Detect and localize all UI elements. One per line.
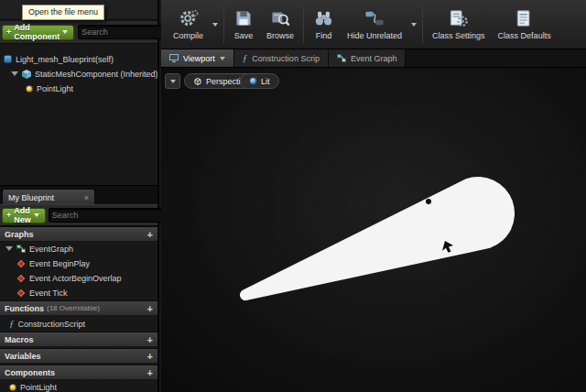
section-components[interactable]: Components + bbox=[0, 365, 157, 380]
my-blueprint-search[interactable] bbox=[49, 208, 175, 223]
tree-row-label: StaticMeshComponent (Inherited) bbox=[35, 70, 157, 79]
tab-event-graph[interactable]: Event Graph bbox=[329, 49, 407, 67]
button-label: Class Settings bbox=[432, 31, 485, 40]
save-button[interactable]: Save bbox=[227, 2, 260, 48]
list-item-event-tick[interactable]: Event Tick bbox=[0, 286, 157, 299]
list-item-event-actorbeginoverlap[interactable]: Event ActorBeginOverlap bbox=[0, 271, 157, 285]
document-tab-bar: Viewport ƒ Construction Scrip Event Grap… bbox=[161, 49, 586, 68]
button-label: Lit bbox=[261, 77, 270, 86]
close-icon[interactable]: × bbox=[84, 193, 89, 202]
class-defaults-icon bbox=[514, 8, 535, 28]
toolbar-separator bbox=[303, 6, 304, 43]
tab-viewport[interactable]: Viewport bbox=[161, 49, 234, 67]
button-label: Save bbox=[234, 31, 254, 40]
chevron-down-icon bbox=[411, 23, 417, 27]
tree-row-blueprint-self[interactable]: Light_mesh_Blueprint(self) bbox=[0, 52, 157, 66]
add-component-label: Add Component bbox=[14, 23, 60, 41]
my-blueprint-tab-strip: My Blueprint × bbox=[0, 185, 157, 204]
section-label: Graphs bbox=[5, 230, 34, 239]
perspective-cube-icon bbox=[193, 77, 202, 86]
event-icon bbox=[17, 274, 25, 281]
item-label: PointLight bbox=[20, 383, 57, 392]
chevron-down-icon bbox=[34, 213, 39, 217]
add-function-button[interactable]: + bbox=[147, 304, 153, 313]
tree-row-pointlight[interactable]: PointLight bbox=[0, 82, 157, 95]
tab-label: Construction Scrip bbox=[252, 54, 320, 63]
blueprint-toolbar: Compile Save Browse bbox=[161, 0, 586, 49]
button-label: Hide Unrelated bbox=[347, 31, 402, 40]
chevron-down-icon bbox=[62, 30, 68, 34]
section-graphs[interactable]: Graphs + bbox=[0, 226, 157, 242]
tab-label: Viewport bbox=[183, 54, 215, 63]
gizmo-cursor bbox=[442, 241, 453, 253]
static-mesh-icon bbox=[22, 70, 31, 79]
chevron-down-icon bbox=[220, 57, 225, 60]
tooltip: Open the file menu bbox=[22, 5, 104, 20]
tab-construction-script[interactable]: ƒ Construction Scrip bbox=[234, 49, 329, 67]
button-label: Compile bbox=[173, 31, 203, 40]
chevron-down-icon bbox=[170, 80, 176, 83]
hide-unrelated-button[interactable]: Hide Unrelated bbox=[341, 2, 408, 48]
list-item-pointlight[interactable]: PointLight bbox=[0, 380, 157, 392]
unreal-blueprint-editor-window: + Add Component Light_mesh_Blueprint(sel… bbox=[0, 0, 586, 392]
section-variables[interactable]: Variables + bbox=[0, 348, 157, 364]
toolbar-separator bbox=[223, 6, 224, 43]
plus-icon: + bbox=[6, 27, 11, 37]
event-icon bbox=[17, 259, 25, 267]
viewport-options-button[interactable] bbox=[165, 73, 180, 89]
point-light-icon bbox=[26, 85, 33, 93]
expander-arrow[interactable] bbox=[11, 71, 18, 76]
tree-row-staticmesh[interactable]: StaticMeshComponent (Inherited) bbox=[0, 67, 157, 81]
add-new-button[interactable]: + Add New bbox=[2, 208, 46, 223]
plus-icon: + bbox=[6, 211, 11, 220]
button-label: Class Defaults bbox=[498, 31, 551, 40]
event-icon bbox=[17, 289, 25, 296]
add-variable-button[interactable]: + bbox=[147, 352, 153, 361]
item-label: Event BeginPlay bbox=[29, 259, 90, 268]
class-settings-button[interactable]: Class Settings bbox=[426, 2, 492, 48]
browse-button[interactable]: Browse bbox=[260, 2, 300, 48]
expander-arrow[interactable] bbox=[5, 246, 13, 251]
list-item-event-beginplay[interactable]: Event BeginPlay bbox=[0, 256, 157, 270]
section-label: Functions bbox=[5, 304, 44, 313]
blueprint-icon bbox=[4, 55, 12, 63]
section-label: Macros bbox=[5, 335, 34, 344]
tab-my-blueprint[interactable]: My Blueprint × bbox=[2, 189, 95, 205]
tree-row-label: PointLight bbox=[37, 84, 73, 93]
toolbar-separator bbox=[422, 6, 423, 43]
hide-unrelated-options-dropdown[interactable] bbox=[408, 2, 419, 48]
list-item-eventgraph[interactable]: EventGraph bbox=[0, 242, 157, 256]
gizmo-dot bbox=[426, 199, 431, 204]
save-icon bbox=[233, 8, 254, 28]
section-macros[interactable]: Macros + bbox=[0, 332, 157, 347]
add-component-button[interactable]: + Add Component bbox=[2, 25, 74, 40]
tree-row-label: Light_mesh_Blueprint(self) bbox=[16, 55, 114, 64]
compile-options-dropdown[interactable] bbox=[210, 2, 221, 48]
browse-icon bbox=[270, 8, 291, 28]
section-label: Components bbox=[5, 368, 55, 377]
light-mesh-cone bbox=[161, 68, 586, 392]
add-graph-button[interactable]: + bbox=[147, 230, 153, 239]
section-label: Variables bbox=[5, 352, 41, 361]
add-component-list-button[interactable]: + bbox=[147, 368, 153, 377]
compile-gear-icon bbox=[178, 8, 200, 28]
list-item-constructionscript[interactable]: ƒ ConstructionScript bbox=[0, 317, 157, 331]
compile-button[interactable]: Compile bbox=[167, 2, 210, 48]
find-button[interactable]: Find bbox=[307, 2, 341, 48]
binoculars-icon bbox=[313, 8, 334, 28]
lit-mode-button[interactable]: Lit bbox=[240, 73, 279, 89]
viewport-canvas[interactable]: Perspective Lit bbox=[161, 68, 586, 392]
chevron-down-icon bbox=[212, 23, 218, 27]
my-blueprint-toolbar: + Add New bbox=[0, 204, 157, 226]
my-blueprint-search-input[interactable] bbox=[52, 211, 159, 220]
lit-sphere-icon bbox=[249, 77, 257, 85]
add-new-label: Add New bbox=[14, 206, 31, 224]
class-defaults-button[interactable]: Class Defaults bbox=[492, 2, 558, 48]
function-icon: ƒ bbox=[243, 54, 248, 62]
components-panel-toolbar: + Add Component bbox=[0, 21, 157, 44]
section-functions[interactable]: Functions (18 Overridable) + bbox=[0, 300, 157, 316]
item-label: Event Tick bbox=[29, 289, 68, 298]
section-sublabel: (18 Overridable) bbox=[47, 304, 100, 312]
item-label: ConstructionScript bbox=[18, 320, 86, 329]
add-macro-button[interactable]: + bbox=[147, 335, 153, 344]
